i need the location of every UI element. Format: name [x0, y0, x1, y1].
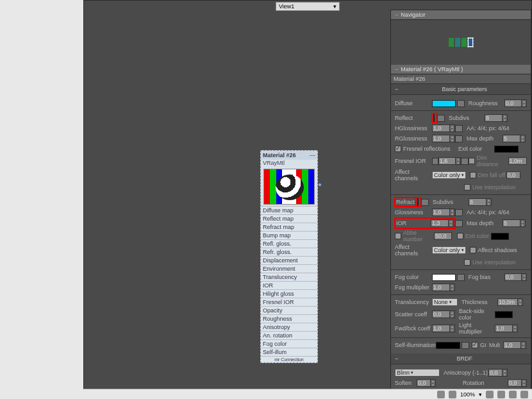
- abbe-spinner[interactable]: 50,0: [434, 232, 452, 240]
- view-selector[interactable]: View1 ▾: [276, 2, 340, 11]
- refract-maxdepth-spinner[interactable]: 5: [503, 219, 520, 227]
- dimfall-checkbox[interactable]: [470, 172, 476, 178]
- refract-map-button[interactable]: [421, 199, 429, 206]
- refract-interp-checkbox[interactable]: [464, 259, 470, 266]
- spinner-buttons[interactable]: [450, 310, 455, 318]
- abbe-checkbox[interactable]: [395, 233, 401, 239]
- status-icon-1[interactable]: [437, 391, 445, 398]
- status-icon-3[interactable]: [486, 391, 494, 398]
- collapse-icon[interactable]: −: [395, 66, 398, 72]
- ior-spinner[interactable]: 1,3: [431, 219, 449, 227]
- node-header[interactable]: Material #26 —: [261, 151, 317, 160]
- node-slot[interactable]: Environment: [261, 264, 317, 273]
- scatter-spinner[interactable]: 0,0: [432, 310, 450, 318]
- editor-canvas[interactable]: View1 ▾ Material #26 — VRayMtl Diffuse m…: [83, 0, 532, 399]
- spinner-buttons[interactable]: [522, 99, 527, 107]
- node-slot[interactable]: Refr. gloss.: [261, 248, 317, 256]
- glossiness-spinner[interactable]: 1,0: [432, 208, 450, 216]
- refract-subdivs-spinner[interactable]: 8: [469, 198, 486, 206]
- glossiness-map-button[interactable]: [455, 209, 463, 216]
- status-icon-6[interactable]: [520, 391, 528, 398]
- refract-affect-dropdown[interactable]: Color only▾: [432, 246, 466, 254]
- material-name-field[interactable]: Material #26: [391, 74, 531, 84]
- backside-swatch[interactable]: [495, 311, 513, 318]
- spinner-buttons[interactable]: [450, 284, 455, 291]
- material-node[interactable]: Material #26 — VRayMtl Diffuse mapReflec…: [260, 150, 318, 363]
- maxdepth-spinner[interactable]: 5: [503, 135, 520, 142]
- dimfall-spinner[interactable]: 0,0: [506, 171, 520, 179]
- spinner-buttons[interactable]: [520, 135, 526, 142]
- refract-exitcolor-checkbox[interactable]: [457, 233, 463, 239]
- collapse-icon[interactable]: −: [395, 12, 398, 18]
- selfillum-swatch[interactable]: [436, 342, 460, 349]
- node-slot[interactable]: Refl. gloss.: [261, 239, 317, 248]
- navigator-thumbnails[interactable]: [449, 38, 473, 47]
- hgloss-spinner[interactable]: 1,0: [432, 124, 450, 132]
- spinner-buttons[interactable]: [450, 325, 455, 332]
- spinner-buttons[interactable]: [503, 369, 508, 377]
- spinner-buttons[interactable]: [503, 114, 508, 122]
- fresnel-ior-spinner[interactable]: 1,6: [438, 157, 456, 165]
- reflect-subdivs-spinner[interactable]: 8: [485, 114, 503, 122]
- collapse-icon[interactable]: −: [395, 355, 398, 362]
- status-icon-5[interactable]: [509, 391, 517, 398]
- brdf-type-dropdown[interactable]: Blinn▾: [395, 369, 440, 377]
- mult-spinner[interactable]: 1,0: [503, 341, 521, 349]
- spinner-buttons[interactable]: [449, 219, 454, 227]
- selfillum-map-button[interactable]: [461, 342, 469, 349]
- spinner-buttons[interactable]: [486, 198, 492, 206]
- collapse-icon[interactable]: −: [395, 86, 398, 92]
- spinner-buttons[interactable]: [456, 157, 461, 165]
- fresnel-ior-map-button[interactable]: [461, 158, 469, 165]
- transl-dropdown[interactable]: None▾: [432, 298, 458, 306]
- spinner-buttons[interactable]: [518, 298, 523, 306]
- spinner-buttons[interactable]: [450, 135, 455, 142]
- rgloss-spinner[interactable]: 1,0: [432, 135, 450, 142]
- spinner-buttons[interactable]: [450, 124, 455, 132]
- fresnel-checkbox[interactable]: [395, 146, 401, 152]
- diffuse-color-swatch[interactable]: [432, 100, 456, 107]
- aniso-spinner[interactable]: 0,0: [488, 369, 503, 377]
- chevron-down-icon[interactable]: ▾: [479, 391, 482, 398]
- zoom-level[interactable]: 100%: [460, 391, 475, 398]
- navigator-header[interactable]: − Navigator: [391, 10, 531, 20]
- ior-map-button[interactable]: [455, 220, 463, 227]
- rgloss-map-button[interactable]: [455, 135, 463, 142]
- nav-thumb-1[interactable]: [449, 38, 454, 47]
- roughness-spinner[interactable]: 0,0: [504, 99, 522, 107]
- node-slot[interactable]: Reflect map: [261, 214, 317, 223]
- status-icon-4[interactable]: [497, 391, 505, 398]
- fog-map-button[interactable]: [457, 274, 465, 281]
- node-mr-connection[interactable]: mr Connection: [261, 356, 317, 362]
- node-slot[interactable]: Roughness: [261, 314, 317, 323]
- dimdist-checkbox[interactable]: [469, 158, 475, 164]
- node-slot[interactable]: Self-illum: [261, 348, 317, 356]
- fresnel-ior-lock[interactable]: [432, 158, 438, 165]
- fwdback-spinner[interactable]: 1,0: [432, 325, 450, 332]
- node-slot[interactable]: Displacement: [261, 256, 317, 264]
- reflect-map-button[interactable]: [437, 115, 445, 122]
- node-slot[interactable]: IOR: [261, 281, 317, 289]
- fogbias-spinner[interactable]: 0,0: [504, 273, 522, 281]
- lightmult-spinner[interactable]: 1,0: [495, 325, 513, 332]
- reflect-interp-checkbox[interactable]: [464, 184, 470, 191]
- thickness-spinner[interactable]: 10,0m: [497, 298, 518, 306]
- node-slot[interactable]: An. rotation: [261, 331, 317, 339]
- affect-shadows-checkbox[interactable]: [470, 247, 476, 253]
- nav-thumb-2[interactable]: [455, 38, 460, 47]
- material-preview-thumbnail[interactable]: [263, 169, 315, 205]
- spinner-buttons[interactable]: [522, 273, 527, 281]
- refract-color-swatch[interactable]: [417, 198, 419, 206]
- node-slot[interactable]: Fresnel IOR: [261, 298, 317, 306]
- node-output-connector[interactable]: [318, 183, 322, 187]
- exitcolor-swatch[interactable]: [494, 146, 519, 153]
- spinner-buttons[interactable]: [431, 379, 436, 387]
- dimdist-spinner[interactable]: 1,0m: [508, 157, 527, 165]
- node-slot[interactable]: Diffuse map: [261, 206, 317, 214]
- minimize-icon[interactable]: —: [310, 152, 315, 158]
- gi-checkbox[interactable]: [472, 342, 478, 348]
- nav-thumb-active[interactable]: [468, 38, 473, 47]
- spinner-buttons[interactable]: [513, 325, 518, 332]
- spinner-buttons[interactable]: [521, 341, 526, 349]
- node-slot[interactable]: Anisotropy: [261, 323, 317, 331]
